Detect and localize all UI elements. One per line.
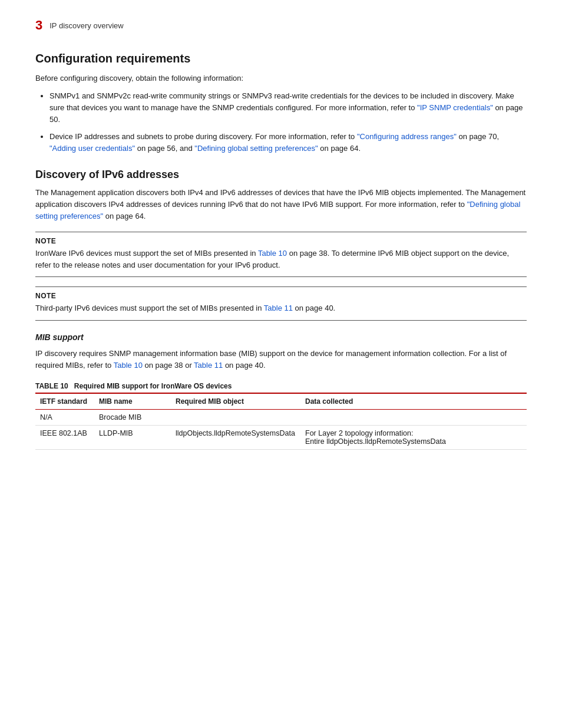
config-req-intro: Before configuring discovery, obtain the… [35,73,527,84]
device-ip-text-before: Device IP addresses and subnets to probe… [49,132,357,141]
ipv6-para1-end: on page 64. [103,212,146,220]
note-text-2: Third-party IPv6 devices must support th… [35,302,527,314]
config-req-list: SNMPv1 and SNMPv2c read-write community … [35,90,527,154]
chapter-title: IP discovery overview [49,21,123,30]
note2-after: on page 40. [293,304,335,312]
config-req-title: Configuration requirements [35,52,527,65]
page-header: 3 IP discovery overview [35,18,527,33]
cell-data-1 [300,410,527,426]
ipv6-discovery-title: Discovery of IPv6 addresses [35,169,527,181]
col-header-mib: MIB name [94,393,171,410]
mib-support-title: MIB support [35,332,527,342]
table11-link-mib[interactable]: Table 11 [194,361,223,370]
table11-link-note2[interactable]: Table 11 [264,304,293,312]
table10-label: TABLE 10 Required MIB support for IronWa… [35,382,527,390]
mib-para-end: on page 40. [223,361,265,370]
table10: IETF standard MIB name Required MIB obje… [35,393,527,450]
table10-header-row: IETF standard MIB name Required MIB obje… [35,393,527,410]
list-item-snmp: SNMPv1 and SNMPv2c read-write community … [49,90,527,126]
cell-data-2: For Layer 2 topology information:Entire … [300,426,527,450]
list-item-device-ip: Device IP addresses and subnets to probe… [49,131,527,154]
ipv6-para1: The Management application discovers bot… [35,187,527,222]
chapter-number: 3 [35,18,42,33]
ipv6-para1-before: The Management application discovers bot… [35,188,525,209]
add-user-cred-link[interactable]: "Adding user credentials" [49,144,135,153]
note-label-2: NOTE [35,292,527,300]
device-ip-text-mid2: on page 56, and [135,144,194,153]
cell-mib-2: LLDP-MIB [94,426,171,450]
mib-support-para: IP discovery requires SNMP management in… [35,348,527,371]
note-label-1: NOTE [35,237,527,245]
cell-mib-1: Brocade MIB [94,410,171,426]
mib-para-before: IP discovery requires SNMP management in… [35,349,507,370]
device-ip-text-mid1: on page 70, [457,132,499,141]
table10-description: Required MIB support for IronWare OS dev… [74,382,232,390]
table10-link-note1[interactable]: Table 10 [258,249,287,258]
device-ip-text-end: on page 64. [318,144,361,153]
mib-para-mid: on page 38 or [143,361,194,370]
page: 3 IP discovery overview Configuration re… [0,0,562,473]
cell-ietf-2: IEEE 802.1AB [35,426,94,450]
note1-before: IronWare IPv6 devices must support the s… [35,249,258,258]
cell-req-1 [171,410,300,426]
table-row: N/A Brocade MIB [35,410,527,426]
note-block-1: NOTE IronWare IPv6 devices must support … [35,232,527,277]
note2-before: Third-party IPv6 devices must support th… [35,304,264,312]
config-addr-link[interactable]: "Configuring address ranges" [357,132,457,141]
col-header-data: Data collected [300,393,527,410]
def-global-link1[interactable]: "Defining global setting preferences" [194,144,318,153]
col-header-req: Required MIB object [171,393,300,410]
table10-link-mib[interactable]: Table 10 [114,361,143,370]
table10-id: TABLE 10 [35,382,68,390]
snmp-credentials-link[interactable]: "IP SNMP credentials" [417,103,493,112]
col-header-ietf: IETF standard [35,393,94,410]
cell-ietf-1: N/A [35,410,94,426]
table-row: IEEE 802.1AB LLDP-MIB lldpObjects.lldpRe… [35,426,527,450]
note-block-2: NOTE Third-party IPv6 devices must suppo… [35,286,527,321]
note-text-1: IronWare IPv6 devices must support the s… [35,248,527,271]
cell-req-2: lldpObjects.lldpRemoteSystemsData [171,426,300,450]
